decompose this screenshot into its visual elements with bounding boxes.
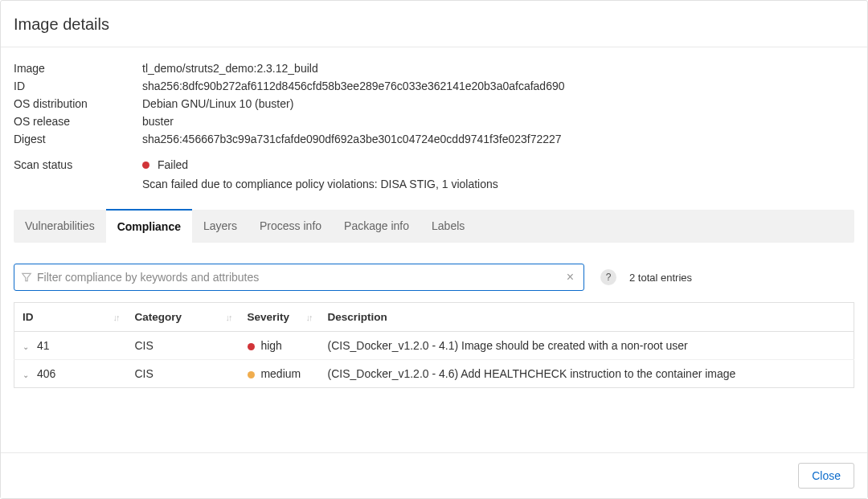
tab-layers[interactable]: Layers: [192, 210, 248, 243]
col-header-description[interactable]: Description: [320, 303, 854, 332]
col-header-id[interactable]: ID ↓↑: [14, 303, 127, 332]
tab-compliance[interactable]: Compliance: [106, 209, 192, 243]
tab-labels[interactable]: Labels: [420, 210, 476, 243]
cell-severity: high: [260, 339, 281, 352]
id-value: sha256:8dfc90b272af6112d8456cfd58b3ee289…: [142, 80, 854, 92]
entry-count: 2 total entries: [629, 272, 692, 284]
tab-package-info[interactable]: Package info: [333, 210, 420, 243]
filter-clear-icon[interactable]: ×: [563, 270, 577, 284]
filter-icon: [21, 272, 32, 283]
svg-marker-0: [23, 273, 31, 280]
os-release-value: buster: [142, 115, 854, 128]
help-icon[interactable]: ?: [600, 269, 616, 285]
cell-category: CIS: [127, 360, 240, 388]
expand-icon[interactable]: ⌄: [23, 342, 34, 351]
severity-high-icon: [248, 343, 255, 350]
table-row[interactable]: ⌄ 406 CIS medium (CIS_Docker_v1.2.0 - 4.…: [14, 360, 854, 388]
details-grid: Image tl_demo/struts2_demo:2.3.12_build …: [14, 62, 854, 190]
os-release-label: OS release: [14, 115, 142, 128]
close-button[interactable]: Close: [798, 463, 854, 489]
status-failed-icon: [142, 162, 149, 169]
scan-status-reason: Scan failed due to compliance policy vio…: [142, 178, 854, 190]
image-details-modal: Image details Image tl_demo/struts2_demo…: [0, 0, 868, 499]
severity-medium-icon: [248, 371, 255, 378]
digest-value: sha256:456667b3c99a731cfafde090df692a3be…: [142, 133, 854, 145]
cell-category: CIS: [127, 332, 240, 360]
col-header-category[interactable]: Category ↓↑: [127, 303, 240, 332]
table-row[interactable]: ⌄ 41 CIS high (CIS_Docker_v1.2.0 - 4.1) …: [14, 332, 854, 360]
tab-process-info[interactable]: Process info: [248, 210, 333, 243]
tab-vulnerabilities[interactable]: Vulnerabilities: [14, 210, 106, 243]
scan-status-value: Failed: [158, 158, 188, 171]
image-label: Image: [14, 62, 142, 75]
scan-status-value-row: Failed: [142, 150, 854, 171]
cell-description: (CIS_Docker_v1.2.0 - 4.6) Add HEALTHCHEC…: [320, 360, 854, 388]
id-label: ID: [14, 80, 142, 92]
modal-header: Image details: [1, 1, 867, 47]
sort-icon: ↓↑: [113, 315, 119, 320]
image-value: tl_demo/struts2_demo:2.3.12_build: [142, 62, 854, 75]
cell-id: 406: [37, 367, 55, 380]
sort-icon: ↓↑: [226, 315, 231, 320]
digest-label: Digest: [14, 133, 142, 145]
expand-icon[interactable]: ⌄: [23, 370, 34, 379]
os-dist-label: OS distribution: [14, 97, 142, 110]
sort-icon: ↓↑: [306, 315, 312, 320]
scan-status-label: Scan status: [14, 150, 142, 171]
modal-title: Image details: [14, 15, 854, 34]
filter-box[interactable]: ×: [14, 264, 584, 291]
col-header-severity[interactable]: Severity ↓↑: [240, 303, 320, 332]
tabs: Vulnerabilities Compliance Layers Proces…: [14, 210, 854, 243]
cell-description: (CIS_Docker_v1.2.0 - 4.1) Image should b…: [320, 332, 854, 360]
os-dist-value: Debian GNU/Linux 10 (buster): [142, 97, 854, 110]
modal-body: Image tl_demo/struts2_demo:2.3.12_build …: [1, 47, 867, 452]
compliance-table: ID ↓↑ Category ↓↑ Severity ↓↑ Descriptio…: [14, 302, 854, 388]
cell-severity: medium: [260, 367, 301, 380]
modal-footer: Close: [1, 452, 867, 498]
filter-row: × ? 2 total entries: [14, 264, 854, 291]
filter-input[interactable]: [32, 264, 563, 290]
cell-id: 41: [37, 339, 50, 352]
